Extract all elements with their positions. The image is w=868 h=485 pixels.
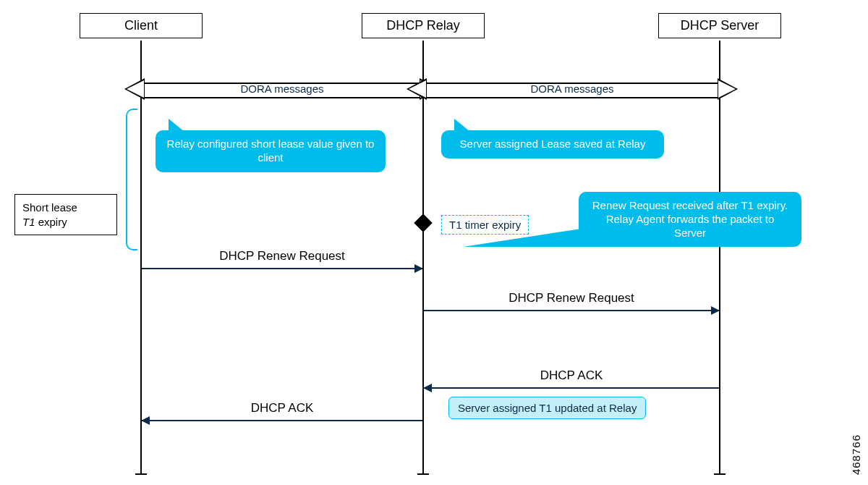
lifeline-client: Client <box>80 13 203 38</box>
msg-ack-relay-client: DHCP ACK <box>142 420 422 421</box>
callout-renew-forward: Renew Request received after T1 expiry. … <box>579 192 801 247</box>
lifeline-client-box: Client <box>80 13 203 38</box>
short-lease-expiry-l2: T1 <box>22 216 35 228</box>
lifeline-relay: DHCP Relay <box>362 13 485 38</box>
lifeline-server: DHCP Server <box>658 13 781 38</box>
lifeline-server-box: DHCP Server <box>658 13 781 38</box>
sequence-diagram: Client DHCP Relay DHCP Server DORA messa… <box>0 0 868 485</box>
lifeline-relay-box: DHCP Relay <box>362 13 485 38</box>
callout-lease-saved-text: Server assigned Lease saved at Relay <box>460 138 646 150</box>
callout-short-lease-text: Relay configured short lease value given… <box>167 138 375 164</box>
t1-expiry-event-icon <box>414 214 432 232</box>
dora-relay-server-arrow: DORA messages <box>407 78 738 100</box>
msg-ack-relay-client-label: DHCP ACK <box>142 401 422 416</box>
note-t1-updated: Server assigned T1 updated at Relay <box>448 397 646 419</box>
short-lease-expiry-l1: Short lease <box>22 201 77 214</box>
dora-client-relay-arrow: DORA messages <box>124 78 440 100</box>
msg-renew-relay-server-label: DHCP Renew Request <box>424 291 719 305</box>
image-id: 468766 <box>850 434 862 475</box>
short-lease-brace <box>126 109 137 250</box>
short-lease-expiry-box: Short lease T1 expiry <box>14 194 117 235</box>
msg-renew-relay-server: DHCP Renew Request <box>424 310 719 311</box>
msg-renew-client-relay-label: DHCP Renew Request <box>142 249 422 263</box>
callout-lease-saved: Server assigned Lease saved at Relay <box>441 130 664 159</box>
msg-ack-server-relay: DHCP ACK <box>424 387 719 389</box>
msg-ack-server-relay-label: DHCP ACK <box>424 368 719 383</box>
dora-right-label: DORA messages <box>407 83 738 95</box>
dora-left-label: DORA messages <box>124 83 440 95</box>
callout-short-lease: Relay configured short lease value given… <box>156 130 386 172</box>
short-lease-expiry-l3: expiry <box>38 216 67 228</box>
callout-renew-forward-text: Renew Request received after T1 expiry. … <box>592 199 788 239</box>
msg-renew-client-relay: DHCP Renew Request <box>142 268 422 269</box>
